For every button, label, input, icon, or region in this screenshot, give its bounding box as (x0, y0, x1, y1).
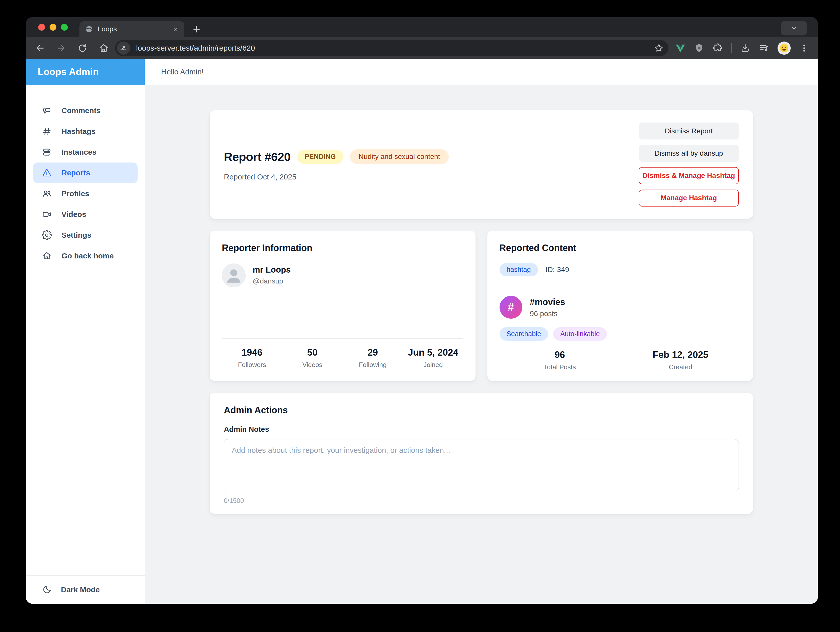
sidebar-item-label: Videos (62, 210, 86, 219)
reporter-card-heading: Reporter Information (222, 243, 463, 253)
home-icon (42, 251, 52, 261)
sidebar-item-hashtags[interactable]: Hashtags (33, 121, 137, 142)
content-id: ID: 349 (546, 266, 569, 274)
reload-icon[interactable] (77, 43, 88, 54)
admin-actions-card: Admin Actions Admin Notes 0/1500 (210, 393, 753, 514)
tab-search-chevron-button[interactable] (781, 21, 807, 35)
dismiss-report-button[interactable]: Dismiss Report (639, 122, 739, 139)
sidebar-item-go-back-home[interactable]: Go back home (33, 246, 137, 266)
reported-content-heading: Reported Content (499, 243, 741, 253)
reporter-information-card: Reporter Information mr Loops @dansup (210, 231, 475, 381)
minimize-window-button[interactable] (50, 24, 57, 31)
users-icon (42, 188, 52, 199)
content-stats: 96 Total Posts Feb 12, 2025 Created (499, 341, 741, 371)
hashtag-icon (42, 126, 52, 136)
new-tab-button[interactable] (191, 24, 202, 35)
person-placeholder-icon (222, 264, 245, 287)
moon-icon (42, 584, 52, 595)
shield-adblock-icon[interactable] (694, 43, 704, 54)
browser-menu-kebab-icon[interactable] (799, 43, 809, 53)
tab-favicon-loops-icon (85, 25, 93, 33)
sidebar-item-profiles[interactable]: Profiles (33, 183, 137, 204)
sidebar-item-label: Settings (62, 231, 91, 239)
hash-glyph: # (508, 301, 514, 314)
sidebar-item-comments[interactable]: Comments (33, 100, 137, 121)
home-icon[interactable] (98, 43, 109, 54)
content-type-badge: hashtag (499, 263, 538, 276)
sidebar-item-label: Profiles (62, 189, 89, 198)
report-actions: Dismiss Report Dismiss all by dansup Dis… (639, 122, 739, 206)
toolbar-separator (731, 43, 732, 54)
sidebar-item-label: Instances (62, 148, 96, 157)
dark-mode-label: Dark Mode (61, 585, 99, 594)
close-window-button[interactable] (38, 24, 45, 31)
sidebar-item-label: Reports (62, 169, 90, 177)
hashtag-flags: Searchable Auto-linkable (499, 327, 741, 341)
vue-devtools-icon[interactable] (675, 43, 686, 54)
stat-videos: 50 Videos (282, 347, 343, 369)
sidebar-item-label: Comments (62, 106, 101, 115)
comments-icon (42, 106, 52, 116)
media-controls-icon[interactable] (759, 43, 769, 54)
browser-toolbar: loops-server.test/admin/reports/620 (26, 37, 818, 59)
dismiss-and-manage-hashtag-button[interactable]: Dismiss & Manage Hashtag (639, 167, 739, 184)
searchable-badge: Searchable (499, 327, 548, 341)
dismiss-all-by-user-button[interactable]: Dismiss all by dansup (639, 145, 739, 162)
hashtag-avatar: # (499, 296, 522, 318)
zoom-window-button[interactable] (61, 24, 68, 31)
sidebar-item-videos[interactable]: Videos (33, 204, 137, 225)
stat-created: Feb 12, 2025 Created (620, 350, 741, 371)
dark-mode-toggle[interactable]: Dark Mode (26, 575, 145, 603)
address-bar[interactable]: loops-server.test/admin/reports/620 (115, 40, 668, 56)
url-text[interactable]: loops-server.test/admin/reports/620 (136, 44, 654, 52)
category-badge: Nudity and sexual content (350, 149, 449, 164)
reporter-stats: 1946 Followers 50 Videos 29 Following (222, 339, 463, 369)
site-settings-icon[interactable] (117, 41, 130, 55)
downloads-icon[interactable] (740, 43, 750, 54)
tab-title: Loops (98, 25, 168, 33)
reporter-handle: @dansup (253, 277, 291, 285)
warning-triangle-icon (42, 168, 52, 178)
reported-content-card: Reported Content hashtag ID: 349 # (488, 231, 753, 381)
browser-tab[interactable]: Loops (79, 21, 185, 37)
stat-following: 29 Following (343, 347, 403, 369)
browser-window: Loops (26, 17, 818, 603)
admin-notes-label: Admin Notes (224, 425, 739, 434)
server-stack-icon (42, 147, 52, 157)
sidebar: Loops Admin Comments Hashtags Instances … (26, 59, 145, 603)
sidebar-item-instances[interactable]: Instances (33, 142, 137, 163)
video-camera-icon (42, 209, 52, 219)
sidebar-item-label: Go back home (62, 252, 114, 260)
page-content: Report #620 PENDING Nudity and sexual co… (145, 85, 818, 603)
window-controls (26, 17, 79, 37)
profile-avatar[interactable] (777, 41, 791, 55)
reporter-avatar (222, 263, 246, 287)
admin-notes-textarea[interactable] (224, 439, 739, 491)
admin-actions-heading: Admin Actions (224, 405, 739, 416)
sidebar-item-label: Hashtags (62, 127, 96, 136)
gear-icon (42, 230, 52, 240)
tab-close-icon[interactable] (172, 26, 179, 32)
bookmark-star-icon[interactable] (654, 43, 664, 53)
url-domain: loops-server.test (136, 44, 192, 52)
status-badge: PENDING (297, 150, 344, 164)
manage-hashtag-button[interactable]: Manage Hashtag (639, 190, 739, 206)
stat-total-posts: 96 Total Posts (499, 350, 620, 371)
forward-icon[interactable] (56, 43, 66, 54)
url-path: /admin/reports/620 (192, 44, 255, 52)
sidebar-item-reports[interactable]: Reports (33, 163, 137, 183)
reported-date: Reported Oct 4, 2025 (224, 173, 449, 181)
char-counter: 0/1500 (224, 497, 739, 505)
sidebar-item-settings[interactable]: Settings (33, 225, 137, 246)
hashtag-name: #movies (530, 297, 565, 307)
reporter-name: mr Loops (253, 265, 291, 275)
report-title: Report #620 (224, 150, 291, 164)
app-brand: Loops Admin (26, 59, 145, 85)
stat-followers: 1946 Followers (222, 347, 282, 369)
auto-linkable-badge: Auto-linkable (553, 327, 607, 341)
sidebar-nav: Comments Hashtags Instances Reports Prof (26, 85, 145, 575)
stat-joined: Jun 5, 2024 Joined (403, 347, 463, 369)
app-area: Loops Admin Comments Hashtags Instances … (26, 59, 818, 603)
extensions-puzzle-icon[interactable] (712, 43, 723, 54)
back-icon[interactable] (35, 43, 45, 54)
